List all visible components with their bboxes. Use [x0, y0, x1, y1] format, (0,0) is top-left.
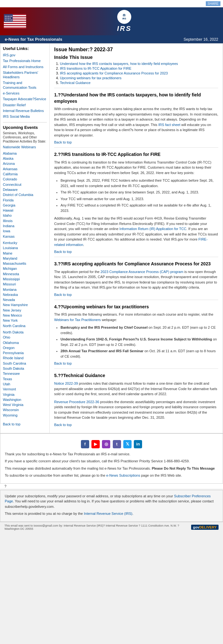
toc-link-3[interactable]: IRS accepting applicants for Compliance … — [60, 71, 168, 75]
sidebar-state-louisiana[interactable]: Louisiana — [3, 246, 47, 250]
tumblr-icon[interactable]: t — [113, 440, 121, 448]
sidebar-state-vermont[interactable]: Vermont — [3, 387, 47, 391]
sidebar-state-maine[interactable]: Maine — [3, 251, 47, 256]
sidebar-state-tennessee[interactable]: Tennessee — [3, 371, 47, 376]
svg-rect-11 — [4, 26, 26, 28]
ir-tcc-link[interactable]: Information Return (IR) Application for … — [119, 227, 186, 231]
back-to-top-s4[interactable]: Back to top — [54, 361, 218, 365]
sidebar-state-wisconsin[interactable]: Wisconsin — [3, 408, 47, 412]
sidebar-state-idaho[interactable]: Idaho — [3, 213, 47, 218]
section-1-title: 1.??Understand how the IRS contacts taxp… — [54, 92, 218, 104]
sidebar-state-texas[interactable]: Texas — [3, 377, 47, 381]
sidebar-state-california[interactable]: California — [3, 172, 47, 176]
sidebar-state-delaware[interactable]: Delaware — [3, 187, 47, 192]
sidebar-back-to-top[interactable]: Back to top — [3, 422, 47, 426]
svg-rect-12 — [4, 27, 26, 29]
toc-link-4[interactable]: Upcoming webinars for tax practitioners — [60, 76, 121, 80]
sidebar-link-stakeholders[interactable]: Stakeholders Partners' Headliners — [3, 70, 47, 80]
sidebar-state-alabama[interactable]: Alabama — [3, 151, 47, 156]
sidebar-state-west-virginia[interactable]: West Virginia — [3, 402, 47, 407]
sidebar-state-oklahoma[interactable]: Oklahoma — [3, 340, 47, 345]
sidebar-state-south-dakota[interactable]: South Dakota — [3, 366, 47, 371]
sidebar-state-virginia[interactable]: Virginia — [3, 392, 47, 397]
sidebar-state-new-jersey[interactable]: New Jersey — [3, 308, 47, 312]
enews-bar: e-News for Tax Professionals September 1… — [0, 35, 223, 43]
sidebar-link-forms[interactable]: All Forms and Instructions — [3, 65, 47, 69]
sidebar-state-missouri[interactable]: Missouri — [3, 282, 47, 286]
sidebar-state-iowa[interactable]: Iowa — [3, 229, 47, 233]
sidebar-link-taxpayer-advocate[interactable]: Taxpayer Advocate?Service — [3, 97, 47, 101]
sidebar-state-michigan[interactable]: Michigan — [3, 266, 47, 271]
notice-2022-39-link[interactable]: Notice 2022-39 — [54, 382, 78, 385]
enews-subscriptions-link[interactable]: e-News Subscriptions — [106, 473, 140, 477]
sidebar-state-utah[interactable]: Utah — [3, 382, 47, 386]
youtube-icon[interactable]: ▶ — [91, 440, 100, 448]
sidebar-state-pennsylvania[interactable]: Pennsylvania — [3, 351, 47, 355]
sidebar-state-indiana[interactable]: Indiana — [3, 224, 47, 228]
sidebar-link-training[interactable]: Training and Communication Tools — [3, 80, 47, 90]
back-to-top-s2[interactable]: Back to top — [54, 250, 218, 254]
sidebar-state-florida[interactable]: Florida — [3, 198, 47, 202]
rev-proc-2022-36-link[interactable]: Revenue Procedure 2022-36 — [54, 400, 99, 404]
sidebar-state-dc[interactable]: District of Columbia — [3, 192, 47, 197]
back-to-top-s1[interactable]: Back to top — [54, 140, 218, 144]
irs-link[interactable]: Internal Revenue Service (IRS) — [84, 512, 132, 515]
sidebar-state-alaska[interactable]: Alaska — [3, 156, 47, 161]
sidebar-state-new-york[interactable]: New York — [3, 318, 47, 323]
sidebar-state-connecticut[interactable]: Connecticut — [3, 182, 47, 187]
sidebar-state-washington[interactable]: Washington — [3, 397, 47, 402]
sidebar-state-hawaii[interactable]: Hawaii — [3, 208, 47, 213]
sidebar-state-minnesota[interactable]: Minnesota — [3, 272, 47, 276]
sidebar-state-nebraska[interactable]: Nebraska — [3, 292, 47, 297]
sidebar-link-irsgov[interactable]: IRS.gov — [3, 53, 47, 57]
instagram-icon[interactable]: ◎ — [102, 440, 110, 448]
sidebar-state-north-carolina[interactable]: North Carolina — [3, 324, 47, 328]
subscriber-prefs-link[interactable]: Subscriber Preferences Page — [5, 494, 211, 503]
sidebar-state-new-hampshire[interactable]: New Hampshire — [3, 303, 47, 307]
back-to-top-s5[interactable]: Back to top — [54, 423, 218, 427]
us-flag-icon: ★★★★★ ★★★★ ★★★★★ — [4, 14, 26, 29]
toc-item-1: Understand how the IRS contacts taxpayer… — [60, 62, 218, 66]
sidebar-state-colorado[interactable]: Colorado — [3, 177, 47, 181]
toc-link-5[interactable]: Technical Guidance — [60, 81, 90, 85]
sidebar-state-ohio[interactable]: Ohio — [3, 335, 47, 340]
sidebar-link-eservices[interactable]: e-Services — [3, 91, 47, 95]
twitter-icon[interactable]: 𝕏 — [123, 440, 132, 448]
sidebar-state-arizona[interactable]: Arizona — [3, 161, 47, 166]
sidebar-state-rhode-island[interactable]: Rhode Island — [3, 356, 47, 360]
sidebar-state-kentucky[interactable]: Kentucky — [3, 241, 47, 245]
fire-info-link[interactable]: FIRE-related information — [54, 237, 208, 247]
back-to-top-s3[interactable]: Back to top — [54, 293, 218, 297]
irs-logo: ⚖IRS IRS — [29, 10, 219, 33]
sidebar-state-arkansas[interactable]: Arkansas — [3, 167, 47, 171]
sidebar-state-oregon[interactable]: Oregon — [3, 346, 47, 350]
sidebar-state-nevada[interactable]: Nevada — [3, 298, 47, 302]
irs-text: IRS — [29, 24, 219, 33]
toc-link-2[interactable]: IRS transitions to IR-TCC Application fo… — [60, 66, 131, 70]
sidebar-link-tax-pro-home[interactable]: Tax Professionals Home — [3, 59, 47, 63]
irs-fact-sheet-link[interactable]: IRS fact sheet — [158, 123, 180, 127]
webinars-link[interactable]: Webinars for Tax Practitioners — [54, 318, 101, 322]
facebook-icon[interactable]: f — [81, 440, 89, 448]
sidebar-link-disaster[interactable]: Disaster Relief — [3, 103, 47, 107]
sidebar-state-illinois[interactable]: Illinois — [3, 219, 47, 223]
sidebar-state-south-carolina[interactable]: South Carolina — [3, 361, 47, 366]
toc-link-1[interactable]: Understand how the IRS contacts taxpayer… — [60, 62, 178, 66]
share-button[interactable]: SHARE — [206, 1, 220, 6]
sidebar-state-new-mexico[interactable]: New Mexico — [3, 313, 47, 318]
cap-2023-link[interactable]: 2023 Compliance Assurance Process (CAP) … — [101, 270, 183, 274]
sidebar-state-mississippi[interactable]: Mississippi — [3, 277, 47, 281]
sidebar-state-kansas[interactable]: Kansas — [3, 234, 47, 239]
sidebar-state-north-dakota[interactable]: North Dakota — [3, 330, 47, 334]
sidebar-state-montana[interactable]: Montana — [3, 287, 47, 292]
sidebar-link-irb[interactable]: Internal Revenue Bulletins — [3, 108, 47, 113]
sidebar-link-social[interactable]: IRS Social Media — [3, 114, 47, 119]
sidebar-nationwide[interactable]: Nationwide Webinars — [3, 145, 47, 149]
section-3-title: 3.??IRS accepting applicants for Complia… — [54, 261, 218, 267]
sidebar-state-massachusetts[interactable]: Massachusetts — [3, 261, 47, 266]
sidebar-state-maryland[interactable]: Maryland — [3, 256, 47, 261]
sidebar-state-wyoming[interactable]: Wyoming — [3, 413, 47, 417]
section-4-title: 4.??Upcoming webinars for tax practition… — [54, 304, 218, 310]
sidebar-state-georgia[interactable]: Georgia — [3, 203, 47, 207]
linkedin-icon[interactable]: in — [134, 440, 142, 448]
